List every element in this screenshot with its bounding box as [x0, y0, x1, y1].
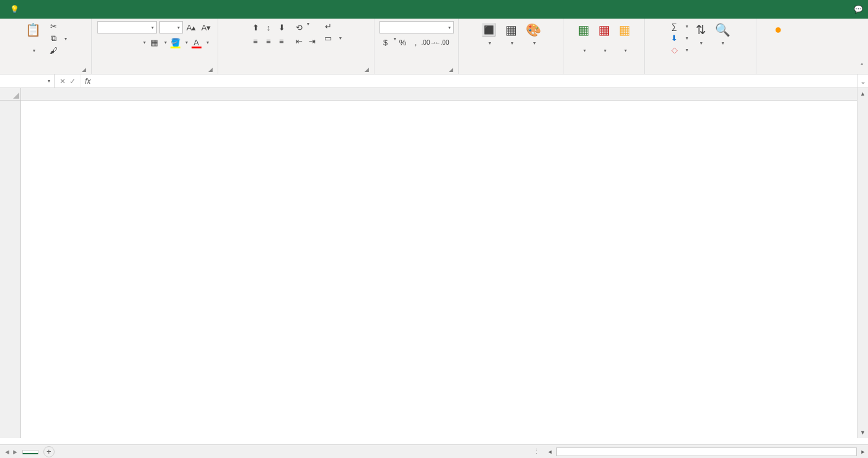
- eraser-icon: ◇: [670, 45, 680, 55]
- hscroll-left-icon[interactable]: ◄: [545, 449, 555, 455]
- sort-filter-button[interactable]: ⇅ ▾: [693, 21, 709, 48]
- copy-icon: ⧉: [48, 34, 58, 43]
- brush-icon: 🖌: [48, 46, 58, 55]
- row-headers: [0, 101, 21, 438]
- collapse-ribbon-icon[interactable]: ˄: [860, 62, 864, 71]
- clear-button[interactable]: ◇ ▾: [668, 45, 689, 55]
- decrease-font-icon[interactable]: A▾: [200, 21, 213, 34]
- cells-area[interactable]: [21, 101, 857, 438]
- column-headers: [21, 88, 857, 101]
- search-icon: 🔍: [715, 22, 730, 37]
- enter-formula-icon[interactable]: ✓: [69, 77, 76, 86]
- number-launcher[interactable]: ◢: [449, 66, 453, 73]
- insert-cells-button[interactable]: ▦▾: [575, 21, 592, 55]
- hscroll-right-icon[interactable]: ►: [858, 449, 868, 455]
- comment-icon[interactable]: 💬: [854, 5, 863, 14]
- horizontal-scrollbar[interactable]: ⋮ ◄ ►: [533, 447, 868, 456]
- borders-button[interactable]: ▦: [148, 36, 161, 48]
- sigma-icon: ∑: [670, 22, 680, 31]
- sheet-tab-sheet1[interactable]: [22, 450, 38, 454]
- scroll-down-icon[interactable]: ▼: [857, 427, 868, 438]
- fill-color-button[interactable]: 🪣: [169, 36, 182, 48]
- decrease-decimal-icon[interactable]: ←.00: [436, 36, 448, 48]
- align-center-icon[interactable]: ≡: [262, 35, 275, 47]
- cell-styles-button[interactable]: 🎨 ▾: [523, 21, 544, 48]
- align-left-icon[interactable]: ≡: [249, 35, 262, 47]
- cut-button[interactable]: ✂: [47, 21, 68, 32]
- conditional-formatting-button[interactable]: 🔳 ▾: [479, 21, 499, 48]
- fill-button[interactable]: ⬇ ▾: [668, 33, 689, 43]
- format-cells-button[interactable]: ▦▾: [616, 21, 633, 55]
- fx-icon[interactable]: fx: [81, 74, 94, 88]
- formula-input[interactable]: [94, 74, 857, 88]
- underline-button[interactable]: [127, 36, 140, 48]
- lightbulb-icon: 💡: [10, 5, 19, 14]
- font-name-select[interactable]: ▾: [97, 21, 157, 34]
- number-format-select[interactable]: ▾: [379, 21, 454, 34]
- scroll-up-icon[interactable]: ▲: [857, 88, 868, 99]
- group-font: ▾ ▾ A▴ A▾ ▾ ▦▾ 🪣▾ A▾ ◢: [92, 19, 218, 74]
- paste-icon: 📋: [25, 22, 41, 37]
- group-editing: ∑ ▾ ⬇ ▾ ◇ ▾ ⇅ ▾ 🔍 ▾: [645, 19, 756, 74]
- alignment-launcher[interactable]: ◢: [365, 66, 369, 73]
- clipboard-launcher[interactable]: ◢: [82, 66, 86, 73]
- sheet-tab-bar: ◄ ► + ⋮ ◄ ►: [0, 444, 868, 458]
- group-number: ▾ $▾ % , .00→ ←.00 ◢: [374, 19, 459, 74]
- addins-icon: ●: [774, 22, 782, 37]
- name-box-dropdown-icon[interactable]: ▾: [48, 78, 50, 84]
- increase-decimal-icon[interactable]: .00→: [423, 36, 435, 48]
- increase-font-icon[interactable]: A▴: [185, 21, 198, 34]
- font-launcher[interactable]: ◢: [208, 66, 213, 73]
- group-styles: 🔳 ▾ ▦ ▾ 🎨 ▾: [459, 19, 564, 74]
- select-all-corner[interactable]: [0, 88, 21, 101]
- tab-scroll-left-icon[interactable]: ◄: [4, 448, 11, 456]
- orientation-icon[interactable]: ⟲: [293, 21, 305, 34]
- cond-format-icon: 🔳: [481, 22, 497, 37]
- copy-button[interactable]: ⧉ ▾: [47, 33, 68, 44]
- wrap-text-button[interactable]: ↵: [322, 21, 343, 32]
- percent-format-icon[interactable]: %: [397, 36, 409, 48]
- ribbon: 📋 ▾ ✂ ⧉ ▾ 🖌 ◢ ▾ ▾ A▴ A▾ ▾ ▦▾: [0, 19, 868, 74]
- addins-button[interactable]: ●: [772, 21, 784, 39]
- expand-formula-bar-icon[interactable]: ⌄: [857, 74, 868, 88]
- spreadsheet-grid: ▲ ▼: [0, 88, 868, 438]
- format-icon: ▦: [619, 22, 631, 37]
- format-painter-button[interactable]: 🖌: [47, 45, 68, 56]
- delete-icon: ▦: [598, 22, 610, 37]
- bold-button[interactable]: [97, 36, 110, 48]
- cancel-formula-icon[interactable]: ✕: [60, 77, 66, 86]
- align-top-icon[interactable]: ⬆: [249, 21, 262, 34]
- merge-center-button[interactable]: ▭ ▾: [322, 33, 343, 43]
- table-icon: ▦: [505, 22, 517, 37]
- group-addins: ●: [756, 19, 800, 74]
- group-clipboard: 📋 ▾ ✂ ⧉ ▾ 🖌 ◢: [0, 19, 92, 74]
- accounting-format-icon[interactable]: $: [379, 36, 392, 48]
- tab-scroll-right-icon[interactable]: ►: [12, 448, 19, 456]
- autosum-button[interactable]: ∑ ▾: [668, 21, 689, 32]
- scissors-icon: ✂: [48, 22, 58, 31]
- formula-bar: ▾ ✕ ✓ fx ⌄: [0, 74, 868, 88]
- vertical-scrollbar[interactable]: ▲ ▼: [857, 88, 868, 438]
- delete-cells-button[interactable]: ▦▾: [596, 21, 613, 55]
- font-size-select[interactable]: ▾: [159, 21, 183, 34]
- paste-button[interactable]: 📋 ▾: [23, 21, 43, 55]
- font-color-button[interactable]: A: [190, 36, 203, 48]
- align-right-icon[interactable]: ≡: [275, 35, 288, 47]
- name-box[interactable]: ▾: [0, 74, 55, 88]
- align-bottom-icon[interactable]: ⬇: [275, 21, 288, 34]
- find-select-button[interactable]: 🔍 ▾: [712, 21, 733, 48]
- group-alignment: ⬆ ↕ ⬇ ⟲▾ ≡ ≡ ≡ ⇤ ⇥ ↵ ▭ ▾: [218, 19, 374, 74]
- insert-icon: ▦: [578, 22, 590, 37]
- menu-bar: 💡 💬: [0, 0, 868, 19]
- name-box-input[interactable]: [4, 77, 41, 86]
- italic-button[interactable]: [112, 36, 125, 48]
- sort-icon: ⇅: [696, 22, 706, 37]
- align-middle-icon[interactable]: ↕: [262, 21, 275, 34]
- increase-indent-icon[interactable]: ⇥: [306, 35, 318, 47]
- merge-icon: ▭: [323, 34, 333, 43]
- tell-me-search[interactable]: 💡: [10, 5, 23, 14]
- comma-format-icon[interactable]: ,: [410, 36, 422, 48]
- decrease-indent-icon[interactable]: ⇤: [293, 35, 305, 47]
- add-sheet-button[interactable]: +: [43, 446, 55, 457]
- format-as-table-button[interactable]: ▦ ▾: [503, 21, 520, 48]
